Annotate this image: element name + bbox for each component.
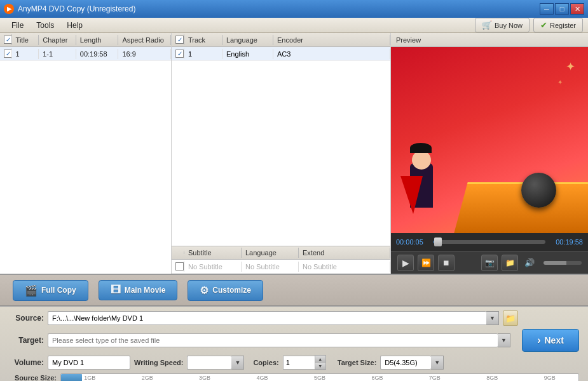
size-tick-9gb: 9GB [521,375,578,381]
writing-speed-dropdown[interactable]: ▼ [231,356,244,370]
volume-input[interactable] [48,356,130,370]
target-row: Target: ▼ › Next [9,329,579,352]
movie-icon: 🎞 [111,284,121,296]
menu-bar: File Tools Help 🛒 Buy Now ✔ Register [0,18,588,33]
header-length: Length [76,35,119,45]
copies-up-button[interactable]: ▲ [315,356,325,363]
audio-header-checkbox[interactable] [175,36,184,44]
cart-icon: 🛒 [482,20,492,30]
menu-help[interactable]: Help [60,20,89,31]
progress-container[interactable] [434,240,545,244]
film-icon: 🎬 [25,284,38,297]
size-tick-6gb: 6GB [348,375,406,381]
audio-table-row: 1 English AC3 [172,47,390,61]
next-label: Next [544,335,563,345]
subtitle-header-language: Language [242,248,299,258]
buy-now-button[interactable]: 🛒 Buy Now [475,18,530,32]
subtitle-row-checkbox[interactable] [175,262,184,271]
menu-file[interactable]: File [5,20,30,31]
source-size-label: Source Size: [9,374,57,381]
copies-spin-buttons: ▲ ▼ [315,355,326,370]
subtitle-table-row: No Subtitle No Subtitle No Subtitle [172,260,390,274]
size-tick-8gb: 8GB [463,375,521,381]
header-checkbox[interactable] [4,36,12,44]
next-chevron: › [537,335,540,346]
target-size-input[interactable] [380,356,431,370]
customize-label: Customize [212,286,251,295]
play-button[interactable]: ▶ [397,255,414,271]
subtitle-row-language: No Subtitle [242,262,299,272]
writing-speed-label: Writing Speed: [134,359,183,366]
video-ball [521,173,556,208]
customize-button[interactable]: ⚙ Customize [188,280,263,301]
preview-label: Preview [391,33,588,47]
source-dropdown-button[interactable]: ▼ [486,311,499,325]
preview-video: ✦ ✦ [391,47,588,233]
size-tick-1gb: 1GB [61,375,118,381]
subtitle-header-check [172,251,184,254]
header-chapter: Chapter [39,35,76,45]
target-input[interactable] [48,333,498,347]
subtitle-header-extend: Extend [299,248,390,258]
audio-header-check [172,34,184,45]
screenshot-button[interactable]: 📷 [481,255,498,271]
folder-button[interactable]: 📁 [502,255,518,271]
header-aspect: Aspect Radio [118,35,171,45]
source-input[interactable] [48,311,486,325]
copies-input[interactable] [283,356,315,370]
main-movie-label: Main Movie [125,286,166,295]
size-tick-3gb: 3GB [176,375,233,381]
row-checkbox[interactable] [4,50,12,58]
volume-slider[interactable] [544,261,582,265]
source-folder-button[interactable]: 📁 [503,311,518,326]
register-button[interactable]: ✔ Register [533,18,583,32]
source-input-wrap: ▼ [48,311,499,325]
target-input-wrap: ▼ [48,333,510,347]
next-button[interactable]: › Next [522,329,579,352]
video-scene: ✦ ✦ [391,47,588,233]
writing-speed-input[interactable] [187,356,231,370]
title-table-panel: Title Chapter Length Aspect Radio 1 1-1 … [0,33,172,274]
title-table-header: Title Chapter Length Aspect Radio [0,33,171,47]
video-sparkle: ✦ [566,60,575,74]
subtitle-header-subtitle: Subtitle [184,248,242,258]
video-sparkle2: ✦ [557,79,563,86]
audio-table-header: Track Language Encoder [172,33,390,47]
subtitle-row-extend: No Subtitle [299,262,390,272]
header-check [0,34,12,45]
writing-speed-wrap: ▼ [187,356,244,370]
options-row: Volume: Writing Speed: ▼ Copies: ▲ ▼ Tar… [9,355,579,370]
main-movie-button[interactable]: 🎞 Main Movie [99,280,178,300]
fast-forward-button[interactable]: ⏩ [418,255,434,271]
stop-button[interactable]: ⏹ [438,255,455,271]
audio-row-language: English [222,49,273,59]
row-length: 00:19:58 [76,49,119,59]
copies-down-button[interactable]: ▼ [315,363,325,370]
target-label: Target: [9,336,44,345]
source-size-bar: 1GB 2GB 3GB 4GB 5GB 6GB 7GB 8GB 9GB [60,373,579,381]
audio-row-encoder: AC3 [273,49,390,59]
target-size-wrap: ▼ [380,356,444,370]
audio-row-track: 1 [184,49,222,59]
register-label: Register [550,22,576,29]
minimize-button[interactable]: ─ [540,3,554,15]
progress-thumb[interactable] [434,237,442,246]
close-button[interactable]: ✕ [570,3,584,15]
menu-tools[interactable]: Tools [30,20,60,31]
full-copy-button[interactable]: 🎬 Full Copy [13,280,88,301]
target-size-dropdown[interactable]: ▼ [431,356,444,370]
panel-spacer [172,61,390,246]
target-size-label: Target Size: [338,359,377,366]
subtitle-table-header: Subtitle Language Extend [172,246,390,260]
row-check [0,48,12,59]
row-chapter: 1-1 [39,49,76,59]
maximize-button[interactable]: □ [555,3,569,15]
main-content: Title Chapter Length Aspect Radio 1 1-1 … [0,33,588,274]
title-bar: ▶ AnyMP4 DVD Copy (Unregistered) ─ □ ✕ [0,0,588,18]
copies-spinbox: ▲ ▼ [283,355,326,370]
header-title: Title [12,35,39,45]
player-controls: ▶ ⏩ ⏹ 📷 📁 🔊 [391,251,588,274]
target-dropdown-button[interactable]: ▼ [498,333,510,347]
window-title: AnyMP4 DVD Copy (Unregistered) [18,4,538,13]
audio-row-checkbox[interactable] [175,50,184,58]
